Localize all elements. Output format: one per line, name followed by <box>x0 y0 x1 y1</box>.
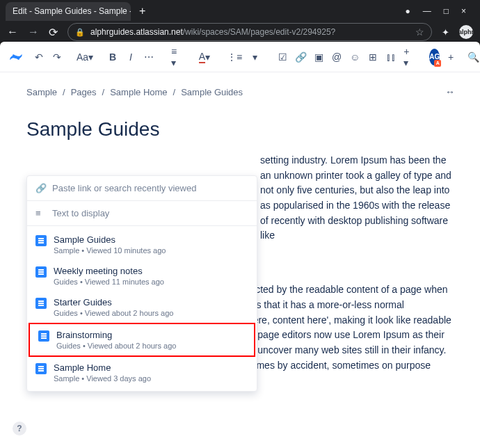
maximize-icon[interactable]: □ <box>444 6 449 16</box>
list-item-title: Brainstorming <box>56 330 246 340</box>
image-button[interactable]: ▣ <box>310 47 327 67</box>
bookmark-icon[interactable]: ☆ <box>415 26 424 38</box>
text-icon: ≡ <box>35 208 45 218</box>
breadcrumb-item[interactable]: Sample Guides <box>181 87 243 97</box>
list-item-meta: Guides • Viewed about 2 hours ago <box>56 342 246 350</box>
breadcrumb: Sample / Pages / Sample Home / Sample Gu… <box>26 86 454 97</box>
list-item[interactable]: Starter Guides Guides • Viewed about 2 h… <box>27 291 257 323</box>
back-button[interactable]: ← <box>7 26 18 38</box>
list-item-title: Sample Home <box>54 362 248 373</box>
bold-button[interactable]: B <box>104 47 121 67</box>
emoji-button[interactable]: ☺ <box>346 47 363 67</box>
page-title[interactable]: Sample Guides <box>26 118 454 141</box>
close-window-icon[interactable]: × <box>461 6 466 16</box>
lock-icon: 🔒 <box>75 28 85 37</box>
bullet-list-button[interactable]: ⋮≡ <box>224 47 245 67</box>
list-item[interactable]: Sample Home Sample • Viewed 3 days ago <box>27 357 257 388</box>
tab-title: Edit - Sample Guides - Sample - <box>13 6 131 16</box>
page-icon <box>35 363 47 374</box>
user-avatar[interactable]: AG A <box>429 49 440 65</box>
address-bar[interactable]: 🔒 alphrguides.atlassian.net/wiki/spaces/… <box>67 23 432 41</box>
list-dropdown[interactable]: ▾ <box>246 47 263 67</box>
link-button[interactable]: 🔗 <box>292 47 309 67</box>
table-button[interactable]: ⊞ <box>365 47 381 67</box>
profile-avatar[interactable]: alphr <box>459 25 473 39</box>
invite-button[interactable]: + <box>442 47 459 67</box>
insert-dropdown[interactable]: + ▾ <box>401 47 418 67</box>
layout-button[interactable]: ⫿⫿ <box>383 47 399 67</box>
action-item-button[interactable]: ☑ <box>274 47 291 67</box>
undo-button[interactable]: ↶ <box>31 47 47 67</box>
list-item-meta: Sample • Viewed 10 minutes ago <box>54 246 248 255</box>
list-item[interactable]: Sample Guides Sample • Viewed 10 minutes… <box>27 229 257 260</box>
breadcrumb-item[interactable]: Sample <box>26 87 57 97</box>
link-url-input[interactable] <box>52 183 248 193</box>
text-style-dropdown[interactable]: Aa ▾ <box>77 47 93 67</box>
list-item-meta: Guides • Viewed 11 minutes ago <box>54 278 248 286</box>
page-icon <box>35 235 47 246</box>
alignment-dropdown[interactable]: ≡ ▾ <box>168 47 185 67</box>
breadcrumb-item[interactable]: Pages <box>71 87 97 97</box>
editor-toolbar: ↶ ↷ Aa ▾ B I ⋯ ≡ ▾ A ▾ ⋮≡ ▾ ☑ 🔗 ▣ @ ☺ ⊞ … <box>0 42 480 72</box>
help-button[interactable]: ? <box>13 422 26 435</box>
browser-tab[interactable]: Edit - Sample Guides - Sample - × <box>6 2 131 21</box>
mention-button[interactable]: @ <box>328 47 345 67</box>
link-icon: 🔗 <box>35 183 45 193</box>
confluence-logo-icon[interactable] <box>8 49 24 65</box>
link-search-panel: 🔗 ≡ Sample Guides Sample • Viewed 10 min… <box>26 175 257 392</box>
redo-button[interactable]: ↷ <box>49 47 65 67</box>
list-item-title: Sample Guides <box>54 234 248 245</box>
italic-button[interactable]: I <box>122 47 139 67</box>
expand-width-icon[interactable]: ↔ <box>445 86 454 97</box>
link-text-input[interactable] <box>52 208 248 218</box>
recent-pages-list: Sample Guides Sample • Viewed 10 minutes… <box>27 226 257 391</box>
list-item-meta: Sample • Viewed 3 days ago <box>54 374 248 383</box>
more-formatting-button[interactable]: ⋯ <box>141 47 157 67</box>
list-item-title: Weekly meeting notes <box>54 266 248 276</box>
search-icon[interactable]: 🔍 <box>465 47 480 67</box>
avatar-badge: A <box>434 60 441 67</box>
list-item[interactable]: Brainstorming Guides • Viewed about 2 ho… <box>29 323 255 357</box>
color-dot-icon: ● <box>405 6 410 16</box>
list-item-title: Starter Guides <box>54 297 248 307</box>
new-tab-button[interactable]: + <box>134 5 151 17</box>
page-icon <box>35 266 47 278</box>
reload-button[interactable]: ⟳ <box>49 26 58 39</box>
list-item[interactable]: Weekly meeting notes Guides • Viewed 11 … <box>27 260 257 291</box>
page-icon <box>35 298 47 309</box>
page-icon <box>38 330 49 342</box>
breadcrumb-item[interactable]: Sample Home <box>110 87 167 97</box>
extensions-icon[interactable]: ✦ <box>442 27 449 38</box>
forward-button: → <box>28 26 39 38</box>
minimize-icon[interactable]: — <box>423 6 431 16</box>
url-text: alphrguides.atlassian.net/wiki/spaces/SA… <box>90 27 335 37</box>
text-color-dropdown[interactable]: A ▾ <box>196 47 213 67</box>
list-item-meta: Guides • Viewed about 2 hours ago <box>54 309 248 317</box>
